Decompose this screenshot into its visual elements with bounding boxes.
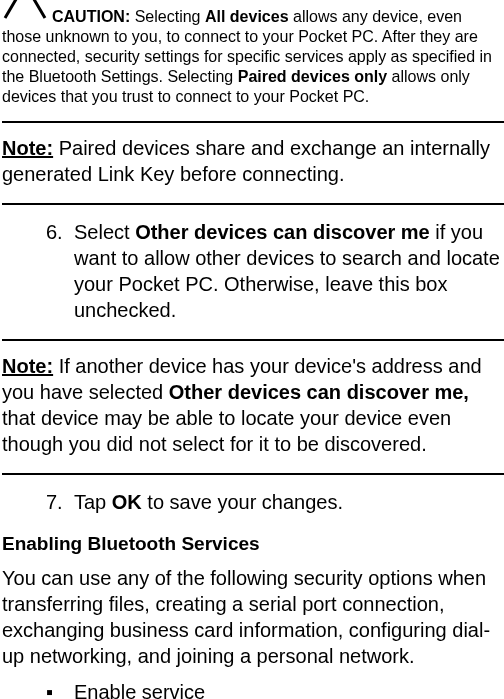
document-page: CAUTION: Selecting All devices allows an… [0,0,504,699]
note1-label: Note: [2,137,53,159]
step-7-text: Tap OK to save your changes. [74,489,504,515]
caution-triangle-icon [2,0,48,25]
caution-bold-paired: Paired devices only [238,68,387,85]
note2-label: Note: [2,355,53,377]
note1-text: Paired devices share and exchange an int… [2,137,490,185]
bullet-symbol: ▪ [2,679,74,699]
step7-after: to save your changes. [142,491,343,513]
caution-label: CAUTION: [52,8,130,25]
note-block-1: Note: Paired devices share and exchange … [2,123,504,203]
step7-bold: OK [112,491,142,513]
body-paragraph: You can use any of the following securit… [2,565,504,669]
step-6: 6. Select Other devices can discover me … [2,205,504,339]
caution-bold-all-devices: All devices [205,8,289,25]
bullet-item-1: ▪ Enable service [2,679,504,699]
note2-after: that device may be able to locate your d… [2,407,451,455]
bullet-text: Enable service [74,679,205,699]
step-6-number: 6. [2,219,74,323]
step7-before: Tap [74,491,112,513]
step6-before: Select [74,221,135,243]
section-heading-enabling-bluetooth-services: Enabling Bluetooth Services [2,533,504,555]
note2-bold: Other devices can discover me, [169,381,469,403]
step-7: 7. Tap OK to save your changes. [2,475,504,521]
caution-text-1: Selecting [130,8,205,25]
step6-bold: Other devices can discover me [135,221,430,243]
step-7-number: 7. [2,489,74,515]
note-block-2: Note: If another device has your device'… [2,341,504,473]
step-6-text: Select Other devices can discover me if … [74,219,504,323]
caution-block: CAUTION: Selecting All devices allows an… [2,0,504,107]
